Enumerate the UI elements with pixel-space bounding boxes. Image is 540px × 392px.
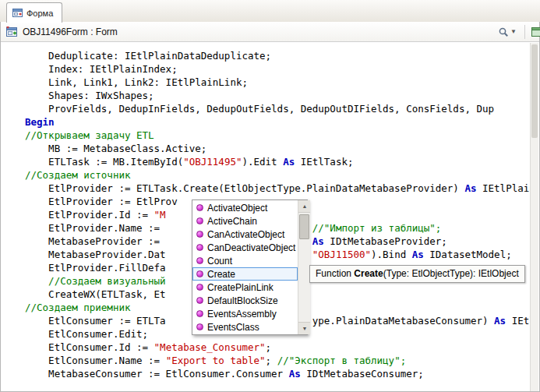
search-icon <box>498 26 509 37</box>
method-icon <box>196 284 203 291</box>
code-line: Link, Link1, Link2: IEtlPlainLink; <box>2 76 531 89</box>
method-icon <box>196 217 203 224</box>
search-button[interactable]: ▼ <box>496 25 519 39</box>
scroll-down-button[interactable]: ▼ <box>298 322 310 334</box>
autocomplete-item-label: CanActivateObject <box>207 229 284 240</box>
method-icon <box>196 204 203 211</box>
autocomplete-item[interactable]: Create <box>192 267 298 281</box>
autocomplete-item[interactable]: ActivateObject <box>192 201 298 214</box>
tab-forma[interactable]: Форма <box>6 2 62 23</box>
method-icon <box>196 231 203 238</box>
code-line: MB := MetabaseClass.Active; <box>2 142 531 155</box>
autocomplete-item[interactable]: CanActivateObject <box>192 228 298 241</box>
form-tab-icon <box>12 8 23 18</box>
autocomplete-item-label: EventsClass <box>207 322 259 333</box>
autocomplete-popup: ActivateObjectActiveChainCanActivateObje… <box>192 200 308 335</box>
method-icon <box>196 270 203 277</box>
autocomplete-item-label: CreatePlainLink <box>207 282 274 293</box>
code-line: ProvFields, DedupInFields, DedupOutField… <box>2 102 531 115</box>
editor-toolbar: OBJ11496Form : Form ▼ <box>1 22 539 42</box>
toolbar-separator <box>524 25 525 39</box>
autocomplete-item-label: ActiveChain <box>207 216 257 227</box>
method-icon <box>196 323 203 330</box>
scroll-up-button[interactable]: ▲ <box>298 200 310 213</box>
code-line: //Создаем источник <box>2 168 531 182</box>
autocomplete-item-label: Create <box>207 269 235 280</box>
method-icon <box>196 297 203 304</box>
autocomplete-list: ActivateObjectActiveChainCanActivateObje… <box>192 200 298 334</box>
autocomplete-item[interactable]: CanDeactivateObject <box>192 241 298 254</box>
code-line: EtlProvider := ETLTask.Create(EtlObjectT… <box>2 182 531 195</box>
autocomplete-item[interactable]: EventsClass <box>192 320 298 334</box>
tab-bar: Форма <box>0 0 540 23</box>
tooltip-prefix: Function <box>316 268 354 279</box>
autocomplete-item[interactable]: EventsAssembly <box>192 307 298 320</box>
editor-scrollbar-thumb[interactable] <box>531 44 538 138</box>
autocomplete-item-label: EventsAssembly <box>207 309 277 320</box>
method-icon <box>196 310 203 317</box>
autocomplete-item-label: ActivateObject <box>207 203 267 214</box>
tooltip-signature: (Type: EtlObjectType): IEtlObject <box>383 268 519 279</box>
code-line: EtlConsumer.Name := "Export to table"; /… <box>2 354 531 367</box>
code-line: //Открываем задачу ETL <box>2 129 531 142</box>
object-icon <box>5 26 18 37</box>
autocomplete-item-label: Count <box>207 256 232 267</box>
code-line: ETLTask := MB.ItemById("OBJ11495").Edit … <box>2 155 531 168</box>
method-icon <box>196 257 203 264</box>
autocomplete-item-label: CanDeactivateObject <box>207 242 295 253</box>
code-line: EtlConsumer.Id := "Metabase_Consumer"; <box>2 341 531 354</box>
code-line: Deduplicate: IEtlPlainDataDeduplicate; <box>2 49 531 62</box>
scroll-thumb[interactable] <box>299 214 309 239</box>
method-icon <box>196 244 203 251</box>
code-line: Shapes: IWxShapes; <box>2 89 531 102</box>
code-line: Begin <box>2 115 531 129</box>
autocomplete-item[interactable]: DefaultBlockSize <box>192 294 298 307</box>
editor-scrollbar[interactable] <box>530 43 538 391</box>
code-line: Index: IEtlPlainIndex; <box>2 62 531 76</box>
object-title: OBJ11496Form : Form <box>23 26 118 37</box>
autocomplete-scrollbar[interactable]: ▲ ▼ <box>298 200 310 334</box>
code-line: MetabaseConsumer := EtlConsumer.Consumer… <box>2 367 531 380</box>
signature-tooltip: Function Create(Type: EtlObjectType): IE… <box>309 265 525 283</box>
toolbar-edge-icon[interactable] <box>531 26 540 38</box>
tab-label: Форма <box>26 9 53 18</box>
tooltip-method-name: Create <box>354 268 383 279</box>
autocomplete-item[interactable]: Count <box>192 254 298 267</box>
autocomplete-item-label: DefaultBlockSize <box>207 295 278 306</box>
autocomplete-item[interactable]: ActiveChain <box>192 214 298 228</box>
chevron-down-icon: ▼ <box>510 29 517 35</box>
autocomplete-item[interactable]: CreatePlainLink <box>192 281 298 294</box>
